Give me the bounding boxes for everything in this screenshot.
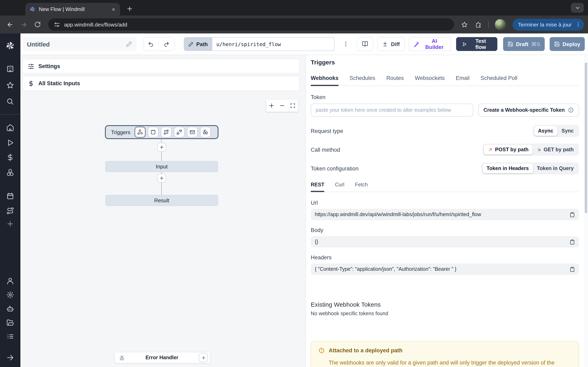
sidebar-favorites-star-icon[interactable]	[6, 81, 14, 89]
token-in-query[interactable]: Token in Query	[533, 164, 578, 173]
webhook-trigger-icon[interactable]	[135, 127, 145, 137]
scrollbar-thumb[interactable]	[585, 62, 587, 213]
site-settings-icon[interactable]	[54, 21, 60, 27]
result-node[interactable]: Result	[105, 195, 218, 206]
draft-label: Draft	[516, 41, 528, 47]
tab-schedules[interactable]: Schedules	[350, 75, 375, 86]
copy-clipboard-icon[interactable]	[570, 267, 575, 272]
bug-icon	[119, 355, 125, 361]
fit-view-icon[interactable]	[290, 103, 296, 108]
all-static-inputs-row[interactable]: All Static Inputs	[22, 76, 300, 91]
tab-close-icon[interactable]: ×	[110, 6, 117, 12]
tab-curl[interactable]: Curl	[335, 182, 345, 192]
test-flow-button[interactable]: Test flow	[456, 37, 497, 51]
tab-webhooks[interactable]: Webhooks	[311, 75, 338, 86]
edit-name-pencil-icon[interactable]	[126, 41, 132, 47]
browser-tab[interactable]: New Flow | Windmill ×	[25, 3, 120, 16]
flow-name-field[interactable]: Untitled	[23, 37, 136, 51]
sidebar-runs-icon[interactable]	[6, 139, 14, 147]
settings-row[interactable]: Settings	[22, 59, 300, 74]
sidebar-settings-gear-icon[interactable]	[6, 291, 14, 299]
draft-button[interactable]: Draft ⌘S	[503, 37, 545, 51]
undo-button[interactable]	[143, 38, 158, 50]
deploy-button[interactable]: Deploy	[549, 37, 585, 51]
code-example-tabs: REST Curl Fetch	[311, 182, 579, 192]
browser-menu-kebab-icon[interactable]	[574, 20, 582, 29]
add-step-button[interactable]	[157, 174, 166, 183]
sidebar-resources-icon[interactable]	[6, 168, 14, 176]
reload-button[interactable]	[32, 19, 43, 30]
create-token-label: Create a Webhook-specific Token	[484, 107, 565, 113]
call-method-post[interactable]: POST by path	[484, 145, 533, 155]
token-label: Token	[311, 94, 579, 100]
scheduled-poll-trigger-icon[interactable]	[200, 127, 210, 137]
profile-avatar[interactable]	[494, 19, 506, 30]
sidebar-search-icon[interactable]	[6, 98, 14, 106]
headers-value: { "Content-Type": "application/json", "A…	[315, 266, 566, 272]
sidebar-user-icon[interactable]	[6, 277, 14, 285]
sidebar-home-icon[interactable]	[6, 124, 14, 132]
more-options-kebab-icon[interactable]	[341, 38, 351, 50]
redo-button[interactable]	[158, 38, 174, 50]
ai-builder-button[interactable]: AI Builder	[409, 37, 451, 51]
browser-update-button[interactable]: Terminer la mise à jour	[512, 18, 584, 30]
tab-search-button[interactable]	[571, 3, 584, 13]
url-bar[interactable]: app.windmill.dev/flows/add	[48, 18, 454, 31]
sidebar-expand-arrow-icon[interactable]	[6, 354, 14, 362]
sidebar-schedules-icon[interactable]	[6, 192, 14, 200]
sidebar-workspace-icon[interactable]	[6, 65, 14, 73]
docs-book-button[interactable]	[357, 37, 373, 51]
input-node[interactable]: Input	[105, 161, 218, 172]
add-step-button[interactable]	[157, 143, 166, 152]
sidebar-divider	[0, 114, 20, 115]
new-tab-button[interactable]	[124, 3, 135, 14]
token-input[interactable]	[311, 104, 473, 117]
flow-toolbar: Untitled Path	[20, 33, 588, 55]
route-trigger-icon[interactable]	[161, 127, 171, 137]
zoom-in-icon[interactable]	[269, 103, 274, 108]
sidebar-add-icon[interactable]	[6, 220, 14, 228]
tab-rest[interactable]: REST	[311, 182, 324, 192]
forward-button[interactable]	[18, 19, 29, 30]
windmill-logo-icon[interactable]	[5, 41, 15, 50]
email-trigger-icon[interactable]	[187, 127, 197, 137]
token-in-headers[interactable]: Token in Headers	[483, 164, 533, 173]
flow-editor-panel: Settings All Static Inputs Triggers	[20, 55, 305, 367]
error-handler-node[interactable]: Error Handler	[114, 352, 211, 363]
tab-fetch[interactable]: Fetch	[355, 182, 368, 192]
tab-email[interactable]: Email	[456, 75, 470, 86]
sidebar-folders-icon[interactable]	[6, 318, 14, 327]
sidebar-workers-robot-icon[interactable]	[6, 305, 14, 313]
undo-redo-group	[143, 37, 174, 51]
copy-clipboard-icon[interactable]	[570, 212, 575, 217]
tab-scheduled-poll[interactable]: Scheduled Poll	[481, 75, 517, 86]
test-flow-label: Test flow	[470, 38, 492, 50]
back-button[interactable]	[4, 19, 16, 30]
call-method-get[interactable]: GET by path	[533, 145, 578, 155]
request-type-async[interactable]: Async	[534, 126, 557, 136]
deployed-path-warning: Attached to a deployed path The webhooks…	[311, 341, 579, 367]
deploy-label: Deploy	[562, 41, 580, 47]
request-type-sync[interactable]: Sync	[557, 126, 578, 136]
zoom-out-icon[interactable]	[279, 103, 285, 108]
bookmark-star-icon[interactable]	[459, 19, 470, 30]
request-type-toggle: Async Sync	[533, 125, 579, 137]
sidebar-variables-icon[interactable]	[6, 153, 14, 161]
schedule-trigger-icon[interactable]	[148, 127, 158, 137]
websocket-trigger-icon[interactable]	[174, 127, 184, 137]
extensions-puzzle-icon[interactable]	[473, 19, 484, 30]
path-input[interactable]	[212, 37, 334, 51]
tab-websockets[interactable]: Websockets	[415, 75, 445, 86]
diff-button[interactable]: Diff	[378, 37, 405, 51]
sidebar-routes-icon[interactable]	[6, 207, 14, 215]
tab-routes[interactable]: Routes	[386, 75, 404, 86]
url-text: app.windmill.dev/flows/add	[64, 21, 127, 27]
sidebar-list-icon[interactable]	[6, 332, 14, 341]
warning-text: The webhooks are only valid for a given …	[329, 359, 557, 367]
panel-scrollbar[interactable]	[584, 55, 588, 367]
add-error-handler-button[interactable]	[199, 353, 208, 362]
call-method-label: Call method	[311, 147, 340, 153]
copy-clipboard-icon[interactable]	[570, 239, 575, 244]
triggers-node[interactable]: Triggers	[105, 125, 218, 139]
create-webhook-token-button[interactable]: Create a Webhook-specific Token	[478, 104, 579, 117]
